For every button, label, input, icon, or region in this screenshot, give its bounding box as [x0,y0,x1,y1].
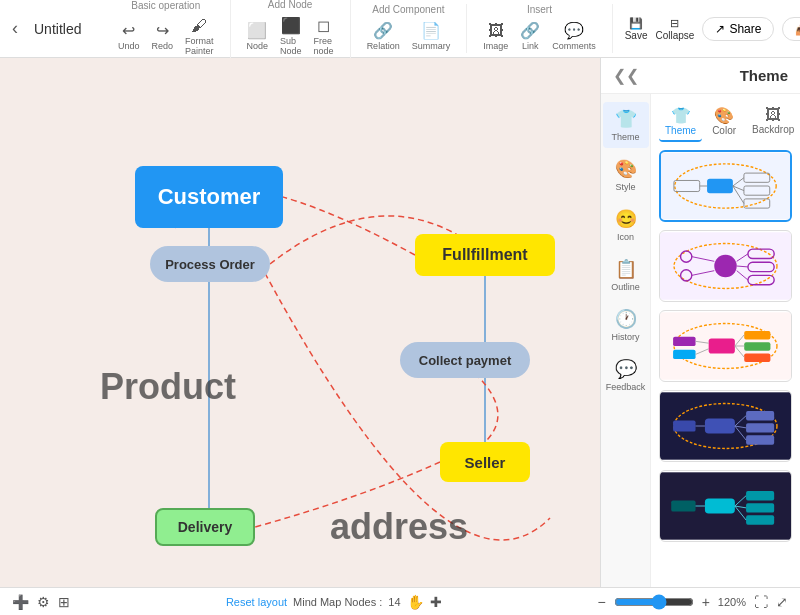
panel-expand-button[interactable]: ❮❮ [613,66,639,85]
theme-card-5[interactable] [659,470,792,542]
color-tab-icon: 🎨 [714,106,734,125]
image-button[interactable]: 🖼 Image [479,20,512,53]
share-icon: ↗ [715,22,725,36]
node-count: 14 [388,596,400,608]
collect-payment-node[interactable]: Collect paymet [400,342,530,378]
history-sidebar-icon: 🕐 [615,308,637,330]
undo-button[interactable]: ↩ Undo [114,19,144,53]
relation-label: Relation [367,41,400,51]
image-label: Image [483,41,508,51]
theme-card-3[interactable] [659,310,792,382]
share-button[interactable]: ↗ Share [702,17,774,41]
svg-rect-35 [673,337,695,346]
back-button[interactable]: ‹ [8,14,22,43]
link-label: Link [522,41,539,51]
address-text: address [330,506,468,548]
document-title[interactable]: Untitled [34,21,94,37]
free-node-button[interactable]: ◻ Free node [310,14,338,58]
redo-icon: ↪ [156,21,169,40]
fit-screen-icon[interactable]: ⤢ [776,594,788,610]
add-status-icon[interactable]: ➕ [12,594,29,610]
zoom-out-icon[interactable]: − [597,594,605,610]
comments-label: Comments [552,41,596,51]
collapse-button[interactable]: ⊟ Collapse [656,17,695,41]
tab-theme[interactable]: 👕 Theme [659,102,702,142]
zoom-in-icon[interactable]: + [702,594,710,610]
theme-sidebar-icon: 👕 [615,108,637,130]
status-bar-left: ➕ ⚙ ⊞ [12,594,70,610]
panel-content: 👕 Theme 🎨 Color 🖼 Backdrop [651,94,800,587]
svg-rect-46 [746,423,774,432]
summary-icon: 📄 [421,21,441,40]
tab-color[interactable]: 🎨 Color [706,102,742,142]
panel-sidebar: 👕 Theme 🎨 Style 😊 Icon 📋 Outline 🕐 [601,94,651,587]
collapse-label: Collapse [656,30,695,41]
node-icon: ⬜ [247,21,267,40]
seller-node[interactable]: Seller [440,442,530,482]
add-node-items: ⬜ Node ⬛ Sub Node ◻ Free node [243,14,338,58]
grid-status-icon[interactable]: ⊞ [58,594,70,610]
backdrop-tab-icon: 🖼 [765,106,781,124]
export-button[interactable]: 📤 Export [782,17,800,41]
tab-backdrop[interactable]: 🖼 Backdrop [746,102,800,142]
sub-node-label: Sub Node [280,36,302,56]
panel-header: ❮❮ Theme [601,58,800,94]
summary-button[interactable]: 📄 Summary [408,19,455,53]
sidebar-item-theme[interactable]: 👕 Theme [603,102,649,148]
sidebar-item-history[interactable]: 🕐 History [603,302,649,348]
svg-rect-54 [705,499,735,514]
zoom-slider[interactable] [614,594,694,610]
add-component-label: Add Component [372,4,444,15]
process-order-node[interactable]: Process Order [150,246,270,282]
svg-rect-55 [746,491,774,500]
basic-op-items: ↩ Undo ↪ Redo 🖌 Format Painter [114,15,218,58]
theme-preview-5 [660,471,791,541]
customer-node[interactable]: Customer [135,166,283,228]
relation-button[interactable]: 🔗 Relation [363,19,404,53]
sidebar-item-icon[interactable]: 😊 Icon [603,202,649,248]
insert-label: Insert [527,4,552,15]
style-sidebar-icon: 🎨 [615,158,637,180]
seller-label: Seller [465,454,506,471]
delivery-node[interactable]: Delivery [155,508,255,546]
sub-node-icon: ⬛ [281,16,301,35]
sub-node-button[interactable]: ⬛ Sub Node [276,14,306,58]
reset-layout-button[interactable]: Reset layout [226,596,287,608]
format-painter-button[interactable]: 🖌 Format Painter [181,15,218,58]
svg-rect-32 [744,331,770,339]
save-button[interactable]: 💾 Save [625,17,648,41]
fulfillment-node[interactable]: Fullfillment [415,234,555,276]
panel-title: Theme [740,67,788,84]
redo-button[interactable]: ↪ Redo [148,19,178,53]
free-node-icon: ◻ [317,16,330,35]
sidebar-item-outline[interactable]: 📋 Outline [603,252,649,298]
toolbar-right: 💾 Save ⊟ Collapse ↗ Share 📤 Export [625,17,800,41]
comments-button[interactable]: 💬 Comments [548,19,600,53]
settings-status-icon[interactable]: ⚙ [37,594,50,610]
feedback-sidebar-icon: 💬 [615,358,637,380]
svg-rect-45 [746,411,774,420]
svg-rect-47 [746,435,774,444]
toolbar: ‹ Untitled Basic operation ↩ Undo ↪ Redo… [0,0,800,58]
theme-card-4[interactable] [659,390,792,462]
theme-preview-4 [660,391,791,461]
move-icon[interactable]: ✚ [430,594,442,610]
theme-card-2[interactable] [659,230,792,302]
svg-rect-56 [746,503,774,512]
svg-rect-31 [709,339,735,354]
theme-card-1[interactable] [659,150,792,222]
add-component-items: 🔗 Relation 📄 Summary [363,19,455,53]
node-button[interactable]: ⬜ Node [243,19,273,53]
format-painter-icon: 🖌 [191,17,207,35]
sidebar-item-feedback[interactable]: 💬 Feedback [603,352,649,398]
color-tab-label: Color [712,125,736,136]
fullscreen-icon[interactable]: ⛶ [754,594,768,610]
summary-label: Summary [412,41,451,51]
theme-preview-2 [660,231,791,301]
canvas[interactable]: Customer Process Order Fullfillment Coll… [0,58,600,587]
svg-rect-44 [705,419,735,434]
add-node-label: Add Node [268,0,312,10]
hand-icon[interactable]: ✋ [407,594,424,610]
sidebar-item-style[interactable]: 🎨 Style [603,152,649,198]
link-button[interactable]: 🔗 Link [516,19,544,53]
